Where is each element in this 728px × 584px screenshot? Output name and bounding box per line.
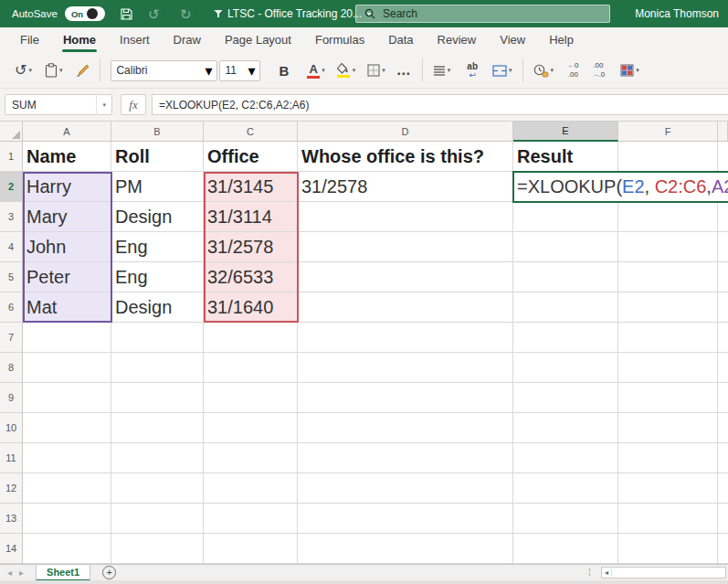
tab-file[interactable]: File <box>8 27 51 53</box>
cell[interactable] <box>618 443 718 473</box>
chevron-down-icon[interactable]: ▾ <box>96 94 111 115</box>
formula-field[interactable] <box>152 94 728 115</box>
cell[interactable] <box>718 443 728 473</box>
cell-b6[interactable]: Design <box>111 292 204 323</box>
row-header-12[interactable]: 12 <box>0 473 23 504</box>
row-header-10[interactable]: 10 <box>0 413 23 443</box>
cell[interactable] <box>718 534 728 564</box>
titlebar-redo-button[interactable]: ↻ ▾ <box>176 4 201 25</box>
cell-a2[interactable]: Harry <box>23 172 111 202</box>
cell[interactable] <box>718 473 728 504</box>
cell[interactable] <box>513 353 618 383</box>
number-format-button[interactable]: ▾ <box>530 60 558 81</box>
tab-insert[interactable]: Insert <box>108 27 162 53</box>
row-header-3[interactable]: 3 <box>0 202 23 232</box>
cell[interactable] <box>618 534 718 564</box>
cell-b5[interactable]: Eng <box>111 262 204 292</box>
borders-button[interactable]: ▾ <box>364 60 389 80</box>
cell[interactable] <box>23 473 111 504</box>
cell[interactable] <box>298 443 513 473</box>
cell-f3[interactable] <box>618 202 718 232</box>
cell-d4[interactable] <box>298 232 513 262</box>
add-sheet-button[interactable]: + <box>102 566 116 579</box>
sheet-tab-sheet1[interactable]: Sheet1 <box>36 565 90 581</box>
cell-b2[interactable]: PM <box>111 172 204 202</box>
cell-d6[interactable] <box>298 292 513 323</box>
row-header-7[interactable]: 7 <box>0 323 23 353</box>
increase-decimal-button[interactable]: .00 →.0 <box>589 59 608 80</box>
search-input[interactable]: Search <box>355 5 610 23</box>
row-header-14[interactable]: 14 <box>0 534 23 564</box>
cell[interactable] <box>23 504 111 534</box>
tab-help[interactable]: Help <box>537 27 586 53</box>
cell[interactable] <box>111 383 204 413</box>
cell-e1[interactable]: Result <box>513 142 618 172</box>
cell[interactable] <box>23 323 111 353</box>
tab-data[interactable]: Data <box>376 27 425 53</box>
column-header-e[interactable]: E <box>513 122 618 142</box>
cell-a1[interactable]: Name <box>23 142 111 172</box>
cell[interactable] <box>111 323 204 353</box>
cell[interactable] <box>111 443 204 473</box>
cell[interactable] <box>618 323 718 353</box>
cell[interactable] <box>111 413 204 443</box>
cell[interactable] <box>513 534 618 564</box>
font-color-button[interactable]: A ▾ <box>303 59 329 82</box>
document-title[interactable]: LTSC - Office Tracking 20... ▾ <box>214 7 371 20</box>
fill-color-button[interactable]: ▾ <box>333 59 360 81</box>
cell-c2[interactable]: 31/3145 <box>204 172 298 202</box>
cell-f1[interactable] <box>618 142 718 172</box>
cell[interactable] <box>718 262 728 292</box>
cell[interactable] <box>23 534 111 564</box>
row-header-2[interactable]: 2 <box>0 172 23 202</box>
cell[interactable] <box>718 292 728 323</box>
cell[interactable] <box>718 202 728 232</box>
cell[interactable] <box>204 443 298 473</box>
cell[interactable] <box>23 353 111 383</box>
name-box[interactable]: ▾ <box>5 94 112 115</box>
cell[interactable] <box>513 413 618 443</box>
cell[interactable] <box>718 504 728 534</box>
cell[interactable] <box>513 473 618 504</box>
cell-a3[interactable]: Mary <box>23 202 111 232</box>
row-header-5[interactable]: 5 <box>0 262 23 292</box>
font-name-select[interactable]: Calibri ▾ <box>111 60 217 81</box>
titlebar-undo-button[interactable]: ↺ ▾ <box>144 4 169 25</box>
horizontal-scrollbar[interactable]: ◂ <box>601 567 726 579</box>
cell-e4[interactable] <box>513 232 618 262</box>
column-header-sliver[interactable] <box>718 122 728 142</box>
cell-f5[interactable] <box>618 262 718 292</box>
active-cell-editor[interactable]: =XLOOKUP( E2 , C2:C6 , A2; <box>512 171 728 203</box>
cell[interactable] <box>618 353 718 383</box>
cell[interactable] <box>513 443 618 473</box>
cell-c3[interactable]: 31/3114 <box>204 202 298 232</box>
cell[interactable] <box>718 323 728 353</box>
cell-b3[interactable]: Design <box>111 202 204 232</box>
cell[interactable] <box>618 504 718 534</box>
alignment-button[interactable]: ▾ <box>429 61 455 80</box>
cell[interactable] <box>204 534 298 564</box>
cell-a5[interactable]: Peter <box>23 262 111 292</box>
insert-function-button[interactable]: fx <box>121 94 146 115</box>
cell-e3[interactable] <box>513 202 618 232</box>
cell[interactable] <box>298 534 513 564</box>
cell[interactable] <box>298 353 513 383</box>
cell-e6[interactable] <box>513 292 618 323</box>
column-header-a[interactable]: A <box>23 122 111 142</box>
cell[interactable] <box>718 413 728 443</box>
sheet-nav-back-button[interactable]: ◂ <box>0 568 19 578</box>
conditional-formatting-button[interactable]: ▾ <box>617 60 643 80</box>
save-button[interactable] <box>116 4 137 25</box>
cell[interactable] <box>298 473 513 504</box>
cell-b4[interactable]: Eng <box>111 232 204 262</box>
tab-draw[interactable]: Draw <box>162 27 213 53</box>
cell[interactable] <box>618 413 718 443</box>
cell[interactable] <box>23 383 111 413</box>
tab-review[interactable]: Review <box>426 27 489 53</box>
cell-c5[interactable]: 32/6533 <box>204 262 298 292</box>
row-header-1[interactable]: 1 <box>0 142 23 172</box>
row-header-6[interactable]: 6 <box>0 292 23 323</box>
format-painter-button[interactable] <box>71 60 93 81</box>
user-account[interactable]: Monica Thomson <box>635 0 719 27</box>
bold-button[interactable]: B <box>271 60 296 81</box>
